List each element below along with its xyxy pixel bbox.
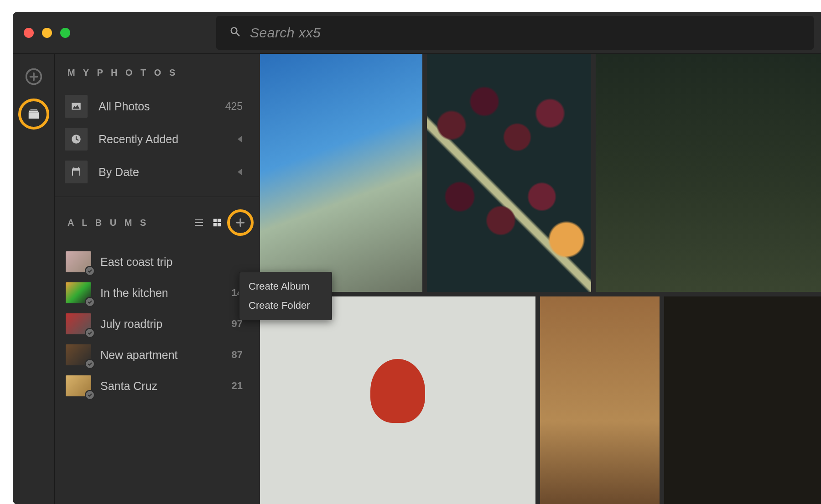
album-item[interactable]: In the kitchen 14: [55, 277, 259, 308]
maximize-window-button[interactable]: [60, 28, 70, 38]
window-controls: [24, 28, 70, 38]
divider: [55, 197, 259, 197]
album-label: Santa Cruz: [100, 379, 223, 393]
nav-label: By Date: [99, 166, 227, 179]
add-button[interactable]: [24, 67, 44, 87]
add-album-highlight: [227, 209, 254, 236]
list-view-button[interactable]: [191, 214, 207, 231]
grid-row: [260, 296, 821, 504]
synced-badge-icon: [85, 266, 95, 276]
nav-label: Recently Added: [99, 133, 227, 146]
minimize-window-button[interactable]: [42, 28, 52, 38]
sidebar-item-by-date[interactable]: By Date: [55, 156, 259, 188]
calendar-icon: [65, 161, 88, 183]
synced-badge-icon: [85, 390, 95, 400]
album-item[interactable]: July roadtrip 97: [55, 308, 259, 339]
album-list: East coast trip In the kitchen 14 July r…: [55, 238, 259, 401]
album-label: New apartment: [100, 348, 223, 362]
album-thumbnail: [66, 344, 91, 365]
grid-view-button[interactable]: [209, 214, 225, 231]
album-item[interactable]: New apartment 87: [55, 339, 259, 370]
photo-tile[interactable]: [427, 54, 591, 292]
search-icon: [229, 26, 242, 40]
synced-badge-icon: [85, 359, 95, 369]
synced-badge-icon: [85, 328, 95, 338]
photo-icon: [65, 95, 88, 118]
app-window: Search xx5 M Y P H O T O S All Photos 42…: [13, 12, 821, 504]
album-thumbnail: [66, 375, 91, 396]
create-folder-menuitem[interactable]: Create Folder: [239, 296, 332, 315]
album-label: In the kitchen: [100, 286, 223, 300]
app-body: M Y P H O T O S All Photos 425 Recently …: [13, 53, 821, 504]
album-thumbnail: [66, 282, 91, 303]
chevron-left-icon: [238, 136, 242, 142]
grid-row: [260, 54, 821, 292]
library-button[interactable]: [24, 104, 44, 124]
album-count: 21: [232, 380, 248, 392]
album-label: East coast trip: [100, 255, 234, 269]
add-album-button[interactable]: [232, 214, 249, 231]
synced-badge-icon: [85, 297, 95, 307]
nav-rail: [13, 54, 55, 504]
album-label: July roadtrip: [100, 317, 223, 331]
albums-header: A L B U M S: [55, 207, 259, 238]
library-button-highlight: [18, 99, 49, 130]
sidebar-item-recently-added[interactable]: Recently Added: [55, 123, 259, 156]
search-placeholder: Search xx5: [250, 25, 321, 41]
close-window-button[interactable]: [24, 28, 34, 38]
create-menu-popup: Create Album Create Folder: [239, 272, 332, 320]
album-thumbnail: [66, 251, 91, 272]
search-input[interactable]: Search xx5: [216, 16, 814, 50]
photo-grid: [259, 54, 821, 504]
photo-tile[interactable]: [260, 296, 535, 504]
nav-label: All Photos: [99, 100, 214, 113]
sidebar-item-all-photos[interactable]: All Photos 425: [55, 90, 259, 123]
create-album-menuitem[interactable]: Create Album: [239, 277, 332, 296]
chevron-left-icon: [238, 169, 242, 175]
photo-tile[interactable]: [664, 296, 821, 504]
titlebar: Search xx5: [13, 12, 821, 53]
sidebar: M Y P H O T O S All Photos 425 Recently …: [55, 54, 259, 504]
album-thumbnail: [66, 313, 91, 334]
album-item[interactable]: Santa Cruz 21: [55, 370, 259, 401]
photo-tile[interactable]: [540, 296, 660, 504]
photo-tile[interactable]: [260, 54, 422, 292]
album-count: 87: [232, 349, 248, 361]
albums-title: A L B U M S: [68, 218, 189, 228]
my-photos-header: M Y P H O T O S: [55, 68, 259, 90]
clock-icon: [65, 128, 88, 151]
photo-tile[interactable]: [596, 54, 821, 292]
nav-count: 425: [225, 100, 249, 113]
album-item[interactable]: East coast trip: [55, 246, 259, 277]
